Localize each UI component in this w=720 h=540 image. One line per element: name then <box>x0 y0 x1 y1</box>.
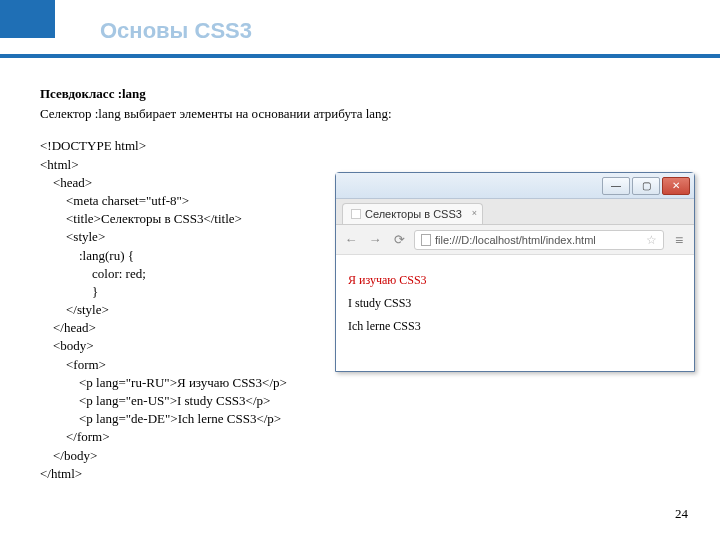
browser-viewport: Я изучаю CSS3 I study CSS3 Ich lerne CSS… <box>336 255 694 352</box>
url-text: file:///D:/localhost/html/index.html <box>435 234 596 246</box>
bookmark-star-icon[interactable]: ☆ <box>646 233 657 247</box>
menu-button[interactable]: ≡ <box>670 231 688 249</box>
window-close-button[interactable]: ✕ <box>662 177 690 195</box>
code-line: <title>Селекторы в CSS3</title> <box>40 211 242 226</box>
browser-toolbar: ← → ⟳ file:///D:/localhost/html/index.ht… <box>336 225 694 255</box>
code-line: <!DOCTYPE html> <box>40 138 146 153</box>
code-line: :lang(ru) { <box>40 248 134 263</box>
back-button[interactable]: ← <box>342 231 360 249</box>
window-minimize-button[interactable]: — <box>602 177 630 195</box>
address-bar[interactable]: file:///D:/localhost/html/index.html ☆ <box>414 230 664 250</box>
tab-title: Селекторы в CSS3 <box>365 208 462 220</box>
code-line: color: red; <box>40 266 146 281</box>
rendered-line-ru: Я изучаю CSS3 <box>348 273 682 288</box>
rendered-line-en: I study CSS3 <box>348 296 682 311</box>
code-line: <p lang="ru-RU">Я изучаю CSS3</p> <box>40 375 287 390</box>
tab-close-icon[interactable]: × <box>472 208 477 218</box>
forward-button[interactable]: → <box>366 231 384 249</box>
slide-header: Основы CSS3 <box>0 0 720 58</box>
code-line: </body> <box>40 448 97 463</box>
window-maximize-button[interactable]: ▢ <box>632 177 660 195</box>
code-line: </style> <box>40 302 109 317</box>
code-line: } <box>40 284 98 299</box>
code-line: <p lang="en-US">I study CSS3</p> <box>40 393 270 408</box>
section-description: Селектор :lang выбирает элементы на осно… <box>40 105 680 123</box>
code-line: <head> <box>40 175 92 190</box>
page-icon <box>421 234 431 246</box>
code-line: <p lang="de-DE">Ich lerne CSS3</p> <box>40 411 281 426</box>
browser-window: — ▢ ✕ Селекторы в CSS3 × ← → ⟳ file:///D… <box>335 172 695 372</box>
window-titlebar: — ▢ ✕ <box>336 173 694 199</box>
header-accent-block <box>0 0 55 38</box>
slide-title: Основы CSS3 <box>100 18 252 44</box>
rendered-line-de: Ich lerne CSS3 <box>348 319 682 334</box>
code-line: <style> <box>40 229 105 244</box>
code-line: </html> <box>40 466 82 481</box>
section-subtitle: Псевдокласс :lang <box>40 85 680 103</box>
code-line: <meta charset="utf-8"> <box>40 193 189 208</box>
browser-tab[interactable]: Селекторы в CSS3 × <box>342 203 483 224</box>
header-underline <box>0 54 720 58</box>
favicon-icon <box>351 209 361 219</box>
reload-button[interactable]: ⟳ <box>390 231 408 249</box>
code-line: <html> <box>40 157 79 172</box>
code-line: <form> <box>40 357 106 372</box>
page-number: 24 <box>675 506 688 522</box>
browser-tabstrip: Селекторы в CSS3 × <box>336 199 694 225</box>
code-line: </head> <box>40 320 96 335</box>
code-line: </form> <box>40 429 110 444</box>
code-line: <body> <box>40 338 94 353</box>
